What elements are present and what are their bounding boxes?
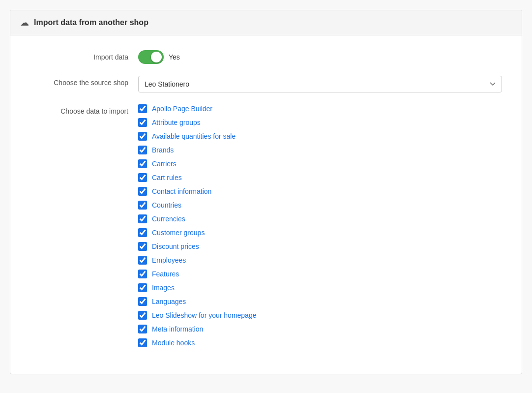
checkbox-label-apollo[interactable]: Apollo Page Builder [152, 105, 212, 113]
checkbox-item-attribute_groups: Attribute groups [138, 118, 502, 127]
import-data-label: Import data [30, 50, 138, 61]
toggle-wrapper: Yes [138, 50, 502, 64]
checkbox-label-contact_information[interactable]: Contact information [152, 187, 211, 195]
checkbox-item-apollo: Apollo Page Builder [138, 104, 502, 113]
panel-title: Import data from another shop [34, 18, 148, 27]
checkbox-employees[interactable] [138, 256, 147, 265]
checkbox-carriers[interactable] [138, 159, 147, 168]
checkbox-currencies[interactable] [138, 214, 147, 223]
import-data-row: Import data Yes [30, 50, 502, 64]
main-panel: ☁ Import data from another shop Import d… [10, 10, 522, 374]
checkbox-discount_prices[interactable] [138, 242, 147, 251]
import-data-toggle[interactable] [138, 50, 164, 64]
checkbox-item-currencies: Currencies [138, 214, 502, 223]
source-shop-row: Choose the source shop Leo Stationero [30, 76, 502, 92]
choose-data-row: Choose data to import Apollo Page Builde… [30, 104, 502, 347]
checkbox-item-available_quantities: Available quantities for sale [138, 132, 502, 141]
import-data-control: Yes [138, 50, 502, 64]
checkbox-label-features[interactable]: Features [152, 270, 179, 278]
cloud-icon: ☁ [20, 17, 29, 28]
checkbox-item-module_hooks: Module hooks [138, 338, 502, 347]
choose-data-label: Choose data to import [30, 104, 138, 115]
checkbox-item-languages: Languages [138, 297, 502, 306]
checkbox-label-brands[interactable]: Brands [152, 146, 174, 154]
panel-header: ☁ Import data from another shop [10, 10, 522, 35]
checkbox-item-features: Features [138, 270, 502, 278]
checkbox-customer_groups[interactable] [138, 228, 147, 237]
toggle-yes-label: Yes [169, 53, 180, 61]
checkbox-attribute_groups[interactable] [138, 118, 147, 127]
checkbox-label-module_hooks[interactable]: Module hooks [152, 339, 195, 347]
checkbox-label-available_quantities[interactable]: Available quantities for sale [152, 132, 236, 140]
checkbox-item-contact_information: Contact information [138, 187, 502, 196]
source-shop-control: Leo Stationero [138, 76, 502, 92]
source-shop-label: Choose the source shop [30, 76, 138, 87]
checkbox-item-employees: Employees [138, 256, 502, 265]
checkbox-item-carriers: Carriers [138, 159, 502, 168]
checkbox-label-attribute_groups[interactable]: Attribute groups [152, 119, 201, 126]
checkbox-label-carriers[interactable]: Carriers [152, 160, 177, 168]
checkbox-item-discount_prices: Discount prices [138, 242, 502, 251]
checkbox-languages[interactable] [138, 297, 147, 306]
checkbox-label-images[interactable]: Images [152, 284, 175, 292]
checkbox-apollo[interactable] [138, 104, 147, 113]
checkbox-images[interactable] [138, 283, 147, 292]
checkbox-label-currencies[interactable]: Currencies [152, 215, 185, 223]
checkbox-available_quantities[interactable] [138, 132, 147, 141]
checkbox-label-discount_prices[interactable]: Discount prices [152, 242, 199, 250]
checkbox-item-countries: Countries [138, 201, 502, 210]
checkbox-label-cart_rules[interactable]: Cart rules [152, 174, 182, 181]
checkbox-label-meta_information[interactable]: Meta information [152, 325, 203, 333]
checkbox-meta_information[interactable] [138, 325, 147, 333]
checkbox-contact_information[interactable] [138, 187, 147, 196]
checkbox-features[interactable] [138, 270, 147, 278]
checkbox-module_hooks[interactable] [138, 338, 147, 347]
choose-data-control: Apollo Page BuilderAttribute groupsAvail… [138, 104, 502, 347]
checkbox-label-leo_slideshow[interactable]: Leo Slideshow for your homepage [152, 311, 256, 319]
checkbox-cart_rules[interactable] [138, 173, 147, 182]
checkbox-label-employees[interactable]: Employees [152, 256, 186, 264]
checkbox-item-customer_groups: Customer groups [138, 228, 502, 237]
panel-body: Import data Yes Choose the source shop L… [10, 35, 522, 374]
checkbox-item-brands: Brands [138, 146, 502, 154]
source-shop-select[interactable]: Leo Stationero [138, 76, 502, 92]
checkbox-label-customer_groups[interactable]: Customer groups [152, 229, 205, 237]
checkbox-item-leo_slideshow: Leo Slideshow for your homepage [138, 311, 502, 320]
toggle-slider [138, 50, 164, 64]
checkbox-brands[interactable] [138, 146, 147, 154]
checkbox-item-cart_rules: Cart rules [138, 173, 502, 182]
checkbox-item-meta_information: Meta information [138, 325, 502, 333]
checkbox-list: Apollo Page BuilderAttribute groupsAvail… [138, 104, 502, 347]
checkbox-countries[interactable] [138, 201, 147, 210]
checkbox-item-images: Images [138, 283, 502, 292]
checkbox-label-countries[interactable]: Countries [152, 201, 181, 209]
checkbox-leo_slideshow[interactable] [138, 311, 147, 320]
checkbox-label-languages[interactable]: Languages [152, 298, 186, 305]
